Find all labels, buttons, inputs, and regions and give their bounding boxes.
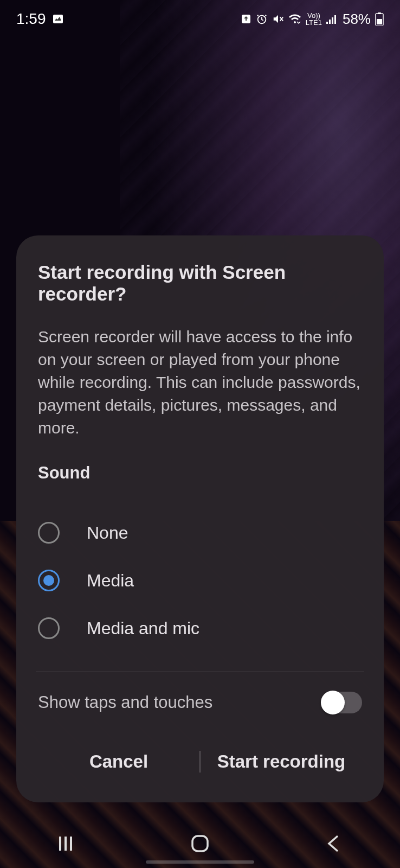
recents-button[interactable]: [34, 830, 99, 857]
cancel-button[interactable]: Cancel: [38, 743, 199, 781]
status-time: 1:59: [16, 10, 46, 28]
start-recording-button[interactable]: Start recording: [201, 743, 362, 781]
radio-label: Media and mic: [87, 618, 199, 639]
svg-rect-10: [59, 837, 61, 851]
sound-radio-group: None Media Media and mic: [38, 509, 362, 652]
battery-icon: [375, 12, 384, 25]
radio-circle-icon: [38, 617, 60, 639]
radio-option-none[interactable]: None: [38, 509, 362, 557]
toggle-label: Show taps and touches: [38, 693, 212, 712]
radio-inner-dot: [43, 575, 54, 586]
svg-rect-5: [332, 17, 333, 24]
picture-icon: [51, 12, 64, 25]
svg-rect-13: [192, 836, 208, 851]
wifi-icon: [288, 14, 301, 24]
status-bar: 1:59: [0, 0, 400, 38]
home-button[interactable]: [167, 830, 233, 857]
status-left: 1:59: [16, 10, 64, 28]
radio-option-media-mic[interactable]: Media and mic: [38, 604, 362, 652]
toggle-switch[interactable]: [321, 692, 362, 713]
screen-recorder-dialog: Start recording with Screen recorder? Sc…: [16, 235, 384, 802]
svg-rect-11: [64, 837, 67, 851]
show-taps-toggle-row[interactable]: Show taps and touches: [38, 672, 362, 736]
svg-rect-6: [334, 15, 336, 24]
svg-rect-12: [70, 837, 72, 851]
dialog-body: Screen recorder will have access to the …: [38, 326, 362, 439]
svg-rect-4: [329, 20, 331, 24]
radio-label: Media: [87, 571, 134, 591]
lte-indicator: Vo)) LTE1: [306, 12, 322, 26]
svg-rect-3: [326, 22, 328, 24]
radio-option-media[interactable]: Media: [38, 557, 362, 604]
dialog-title: Start recording with Screen recorder?: [38, 261, 362, 305]
back-button[interactable]: [301, 830, 366, 857]
navigation-bar: [0, 819, 400, 868]
gesture-indicator: [146, 860, 254, 864]
radio-label: None: [87, 523, 128, 543]
radio-circle-icon: [38, 522, 60, 544]
svg-rect-9: [377, 19, 382, 24]
signal-icon: [326, 14, 338, 24]
alarm-icon: [256, 13, 268, 25]
status-right: Vo)) LTE1 58%: [241, 11, 384, 28]
upload-icon: [241, 14, 251, 24]
toggle-knob: [321, 691, 345, 714]
dialog-button-row: Cancel Start recording: [38, 736, 362, 781]
radio-circle-selected-icon: [38, 570, 60, 591]
mute-icon: [272, 13, 284, 25]
sound-section-title: Sound: [38, 463, 362, 483]
battery-percent: 58%: [343, 11, 371, 28]
